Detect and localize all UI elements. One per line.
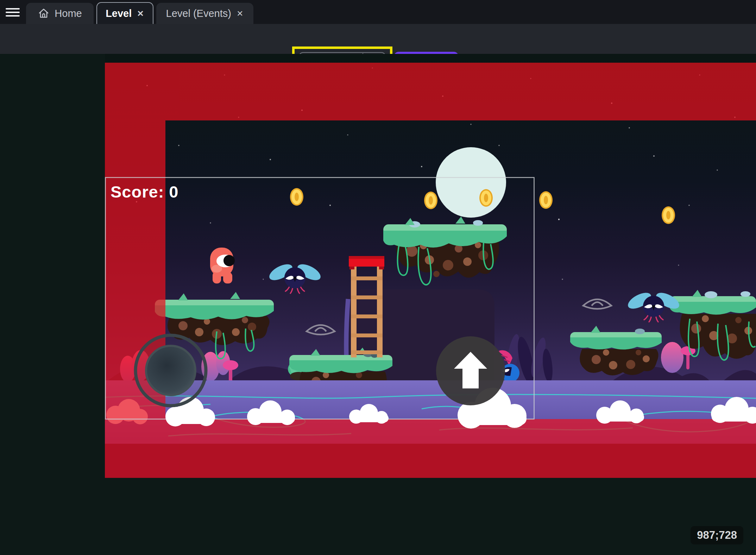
tab-home[interactable]: Home — [26, 3, 94, 24]
joystick-control[interactable] — [136, 335, 206, 406]
tab-level[interactable]: Level × — [96, 2, 153, 24]
home-icon — [38, 7, 50, 19]
game-scene — [105, 54, 756, 478]
toolbar: Preview Publish — [0, 24, 756, 54]
tab-level-events[interactable]: Level (Events) × — [156, 3, 253, 24]
jump-button[interactable] — [436, 336, 505, 405]
platform[interactable] — [570, 326, 662, 375]
hamburger-menu-icon[interactable] — [6, 6, 22, 19]
tab-label: Level (Events) — [166, 8, 231, 19]
tab-label: Home — [55, 8, 82, 19]
scene-editor-viewport[interactable]: Score: 0 — [0, 54, 756, 555]
moon[interactable] — [436, 147, 506, 218]
close-tab-icon[interactable]: × — [236, 8, 244, 19]
score-label: Score: 0 — [111, 182, 178, 201]
tab-label: Level — [106, 8, 132, 19]
close-tab-icon[interactable]: × — [137, 8, 144, 19]
game-editor-window: Home Level × Level (Events) × — [0, 0, 756, 555]
cursor-coordinates: 987;728 — [691, 526, 743, 544]
tab-bar: Home Level × Level (Events) × — [0, 0, 756, 24]
